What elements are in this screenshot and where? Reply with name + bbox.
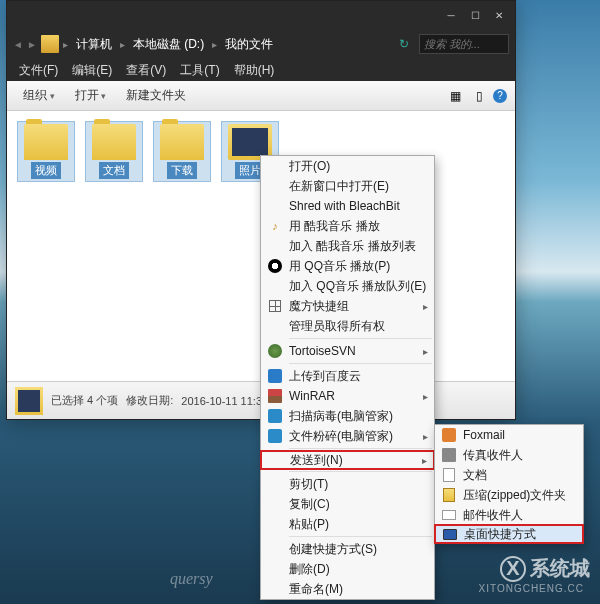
folder-icon xyxy=(24,124,68,160)
preview-pane-button[interactable]: ▯ xyxy=(469,86,489,106)
foxmail-icon xyxy=(441,427,457,443)
breadcrumb-drive[interactable]: 本地磁盘 (D:) xyxy=(129,34,208,55)
toolbar: 组织 打开 新建文件夹 ▦ ▯ ? xyxy=(7,81,515,111)
toolbar-open[interactable]: 打开 xyxy=(67,84,115,107)
ctx-copy[interactable]: 复制(C) xyxy=(261,494,434,514)
sub-fax[interactable]: 传真收件人 xyxy=(435,445,583,465)
mail-icon xyxy=(441,507,457,523)
fax-icon xyxy=(441,447,457,463)
breadcrumb-computer[interactable]: 计算机 xyxy=(72,34,116,55)
shield-icon xyxy=(267,408,283,424)
toolbar-new-folder[interactable]: 新建文件夹 xyxy=(118,84,194,107)
send-to-submenu: Foxmail 传真收件人 文档 压缩(zipped)文件夹 邮件收件人 桌面快… xyxy=(434,424,584,544)
folder-label: 下载 xyxy=(167,162,197,179)
music-icon: ♪ xyxy=(267,218,283,234)
close-button[interactable]: ✕ xyxy=(487,5,511,25)
watermark-url: XITONGCHENG.CC xyxy=(479,583,585,594)
view-icons-button[interactable]: ▦ xyxy=(445,86,465,106)
x-logo-icon: X xyxy=(500,556,526,582)
breadcrumb-folder[interactable]: 我的文件 xyxy=(221,34,277,55)
ctx-qq-add[interactable]: 加入 QQ音乐 播放队列(E) xyxy=(261,276,434,296)
context-menu: 打开(O) 在新窗口中打开(E) Shred with BleachBit ♪用… xyxy=(260,155,435,600)
ctx-paste[interactable]: 粘贴(P) xyxy=(261,514,434,534)
zip-icon xyxy=(441,487,457,503)
folder-label: 视频 xyxy=(31,162,61,179)
watermark-brand: X 系统城 xyxy=(500,555,590,582)
folder-icon xyxy=(41,35,59,53)
ctx-send-to[interactable]: 发送到(N) xyxy=(260,450,435,470)
tortoise-icon xyxy=(267,343,283,359)
folder-downloads[interactable]: 下载 xyxy=(153,121,211,182)
separator xyxy=(289,471,432,472)
status-thumbnail xyxy=(15,387,43,415)
monitor-icon xyxy=(442,526,458,542)
winrar-icon xyxy=(267,388,283,404)
ctx-scan-virus[interactable]: 扫描病毒(电脑管家) xyxy=(261,406,434,426)
ctx-cut[interactable]: 剪切(T) xyxy=(261,474,434,494)
nav-back-icon[interactable]: ◄ xyxy=(13,39,23,50)
menu-help[interactable]: 帮助(H) xyxy=(228,60,281,81)
grid-icon xyxy=(267,298,283,314)
separator xyxy=(289,338,432,339)
folder-videos[interactable]: 视频 xyxy=(17,121,75,182)
status-modified-label: 修改日期: xyxy=(126,393,173,408)
ctx-admin-own[interactable]: 管理员取得所有权 xyxy=(261,316,434,336)
folder-documents[interactable]: 文档 xyxy=(85,121,143,182)
sub-foxmail[interactable]: Foxmail xyxy=(435,425,583,445)
ctx-winrar[interactable]: WinRAR xyxy=(261,386,434,406)
maximize-button[interactable]: ☐ xyxy=(463,5,487,25)
ctx-open[interactable]: 打开(O) xyxy=(261,156,434,176)
qq-icon xyxy=(267,258,283,274)
separator xyxy=(289,536,432,537)
toolbar-organize[interactable]: 组织 xyxy=(15,84,63,107)
menubar: 文件(F) 编辑(E) 查看(V) 工具(T) 帮助(H) xyxy=(7,59,515,81)
status-selection: 已选择 4 个项 xyxy=(51,393,118,408)
separator xyxy=(289,363,432,364)
help-icon[interactable]: ? xyxy=(493,89,507,103)
shield-icon xyxy=(267,428,283,444)
ctx-qq-play[interactable]: 用 QQ音乐 播放(P) xyxy=(261,256,434,276)
search-input[interactable] xyxy=(419,34,509,54)
sub-mail[interactable]: 邮件收件人 xyxy=(435,505,583,525)
menu-view[interactable]: 查看(V) xyxy=(120,60,172,81)
baidu-icon xyxy=(267,368,283,384)
menu-edit[interactable]: 编辑(E) xyxy=(66,60,118,81)
menu-tools[interactable]: 工具(T) xyxy=(174,60,225,81)
refresh-icon[interactable]: ↻ xyxy=(393,37,415,51)
sub-desktop-shortcut[interactable]: 桌面快捷方式 xyxy=(434,524,584,544)
ctx-create-shortcut[interactable]: 创建快捷方式(S) xyxy=(261,539,434,559)
nav-fwd-icon[interactable]: ► xyxy=(27,39,37,50)
sub-doc[interactable]: 文档 xyxy=(435,465,583,485)
ctx-upload-baidu[interactable]: 上传到百度云 xyxy=(261,366,434,386)
ctx-file-shred[interactable]: 文件粉碎(电脑管家) xyxy=(261,426,434,446)
separator xyxy=(289,448,432,449)
ctx-magic[interactable]: 魔方快捷组 xyxy=(261,296,434,316)
folder-label: 文档 xyxy=(99,162,129,179)
ctx-kuwo-add[interactable]: 加入 酷我音乐 播放列表 xyxy=(261,236,434,256)
ctx-delete[interactable]: 删除(D) xyxy=(261,559,434,579)
ctx-kuwo-play[interactable]: ♪用 酷我音乐 播放 xyxy=(261,216,434,236)
document-icon xyxy=(441,467,457,483)
ctx-rename[interactable]: 重命名(M) xyxy=(261,579,434,599)
status-modified-value: 2016-10-11 11:3 xyxy=(181,395,262,407)
folder-icon xyxy=(92,124,136,160)
minimize-button[interactable]: ─ xyxy=(439,5,463,25)
address-bar: ◄ ► ▸ 计算机 ▸ 本地磁盘 (D:) ▸ 我的文件 ↻ xyxy=(7,29,515,59)
menu-file[interactable]: 文件(F) xyxy=(13,60,64,81)
sub-zip[interactable]: 压缩(zipped)文件夹 xyxy=(435,485,583,505)
ctx-open-new-window[interactable]: 在新窗口中打开(E) xyxy=(261,176,434,196)
folder-icon xyxy=(160,124,204,160)
titlebar[interactable]: ─ ☐ ✕ xyxy=(7,1,515,29)
breadcrumb-sep: ▸ xyxy=(63,39,68,50)
watermark-signature: quersy xyxy=(170,570,213,588)
ctx-shred[interactable]: Shred with BleachBit xyxy=(261,196,434,216)
ctx-tortoise[interactable]: TortoiseSVN xyxy=(261,341,434,361)
